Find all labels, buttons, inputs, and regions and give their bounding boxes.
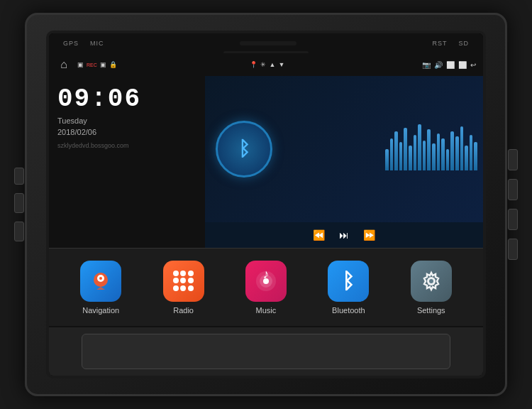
status-bar-left: ⌂ ▣ REC ▣ 🔒: [56, 57, 117, 72]
eq-bar: [427, 129, 431, 170]
music-svg: ♪: [253, 268, 279, 294]
bluetooth-app-symbol: ᛒ: [342, 269, 355, 293]
clock-panel: 09:06 Tuesday 2018/02/06 szklydedvd.boss…: [49, 76, 205, 248]
bluetooth-indicator-icon: ✳: [260, 61, 266, 68]
eq-bar: [394, 131, 398, 170]
gallery-icon: ▣: [77, 61, 84, 68]
fast-forward-button[interactable]: ⏩: [363, 229, 375, 241]
svg-marker-2: [96, 287, 105, 290]
eq-bar: [418, 124, 421, 170]
eq-bar: [465, 146, 468, 170]
navigation-app[interactable]: Navigation: [72, 261, 129, 315]
music-label: Music: [256, 306, 277, 315]
svg-point-3: [99, 277, 102, 280]
settings-label: Settings: [417, 306, 445, 315]
top-center-decoration: [240, 41, 297, 45]
eq-bar: [455, 136, 459, 170]
clock-display: 09:06: [57, 84, 196, 114]
eq-bar: [432, 143, 436, 170]
player-controls-bar: ⏪ ⏭ ⏩: [205, 222, 483, 248]
car-stereo-device: GPS MIC RST SD ⌂ ▣ REC ▣: [25, 13, 507, 396]
music-icon: ♪: [245, 261, 287, 302]
eq-bar: [450, 131, 454, 170]
svg-point-9: [429, 279, 433, 283]
mic-label: MIC: [90, 40, 104, 47]
eject-button[interactable]: [508, 149, 518, 170]
navigation-svg: [88, 268, 113, 294]
navigation-label: Navigation: [82, 306, 119, 315]
radio-label: Radio: [173, 306, 194, 315]
power-button[interactable]: [14, 168, 24, 185]
bottom-panel: [49, 326, 483, 376]
top-label-bar: GPS MIC RST SD: [49, 33, 483, 53]
camera-icon: 📷: [422, 61, 431, 69]
status-bar-center: 📍 ✳ ▲ ▼: [250, 61, 289, 68]
music-app[interactable]: ♪ Music: [238, 261, 294, 315]
settings-app[interactable]: Settings: [403, 261, 460, 315]
radio-app[interactable]: Radio: [155, 261, 212, 315]
watermark-text: szklydedvd.bossgoo.com: [57, 142, 196, 149]
wifi-icon: ▲: [269, 61, 275, 68]
skip-forward-button[interactable]: [508, 209, 518, 230]
screen-bezel: GPS MIC RST SD ⌂ ▣ REC ▣: [46, 31, 486, 378]
eq-bar: [399, 142, 403, 170]
equalizer-bars: [385, 128, 477, 170]
settings-icon: [411, 261, 452, 302]
day-display: Tuesday: [57, 116, 196, 125]
bluetooth-label: Bluetooth: [332, 306, 365, 315]
eq-bar: [423, 141, 426, 170]
date-display: 2018/02/06: [57, 128, 196, 136]
bt-visualizer-area: ᛒ: [205, 76, 483, 222]
radio-icon: [163, 261, 204, 302]
eq-bar: [390, 138, 394, 170]
bluetooth-app[interactable]: ᛒ Bluetooth: [320, 261, 377, 315]
rec-icon: REC: [87, 62, 97, 67]
bluetooth-player: ᛒ ⏪ ⏭ ⏩: [205, 76, 483, 248]
skip-back-button[interactable]: [508, 239, 518, 260]
volume-up-button[interactable]: [14, 193, 24, 213]
cd-slot-area: [82, 334, 450, 369]
rst-label: RST: [432, 40, 447, 47]
notification-icons: 📍 ✳ ▲ ▼: [250, 61, 284, 68]
eq-bar: [414, 135, 417, 170]
eq-bar: [441, 138, 445, 170]
status-bar: ⌂ ▣ REC ▣ 🔒 📍 ✳ ▲ ▼: [49, 53, 483, 76]
signal-icon: ▼: [278, 61, 284, 68]
right-side-controls: [508, 149, 518, 260]
back-button[interactable]: [508, 179, 518, 200]
left-status-icons: ▣ REC ▣ 🔒: [77, 61, 117, 68]
radio-grid-icon: [173, 271, 194, 292]
status-bar-right: 📷 🔊 ⬜ ⬜ ↩: [422, 61, 476, 69]
volume-down-button[interactable]: [14, 222, 24, 241]
navigation-icon: [80, 261, 121, 302]
android-screen: ⌂ ▣ REC ▣ 🔒 📍 ✳ ▲ ▼: [49, 53, 483, 326]
screen-icon: ⬜: [458, 61, 467, 69]
location-icon: 📍: [250, 61, 257, 68]
gps-label: GPS: [63, 40, 79, 47]
back-nav-icon: ↩: [470, 61, 476, 69]
window-icon: ⬜: [446, 61, 455, 69]
bluetooth-logo-circle: ᛒ: [216, 121, 272, 178]
eq-bar: [446, 149, 450, 170]
volume-icon: 🔊: [434, 61, 443, 69]
eq-bar: [460, 126, 464, 170]
lock-icon: 🔒: [109, 61, 117, 68]
bluetooth-app-icon: ᛒ: [328, 261, 369, 302]
file-icon: ▣: [100, 61, 106, 68]
home-button[interactable]: ⌂: [56, 57, 72, 72]
eq-bar: [474, 142, 477, 170]
home-icon: ⌂: [60, 58, 67, 71]
eq-bar: [437, 133, 440, 170]
main-content-area: 09:06 Tuesday 2018/02/06 szklydedvd.boss…: [49, 76, 483, 248]
app-icon-bar: Navigation Radio: [49, 248, 483, 326]
settings-svg: [419, 268, 444, 294]
left-side-controls: [14, 168, 24, 241]
eq-bar: [385, 149, 389, 170]
bluetooth-symbol: ᛒ: [238, 138, 250, 160]
sd-label: SD: [458, 40, 469, 47]
svg-text:♪: ♪: [262, 268, 269, 281]
next-track-button[interactable]: ⏭: [339, 229, 349, 241]
eq-bar: [404, 128, 407, 170]
eq-bar: [470, 135, 473, 170]
rewind-button[interactable]: ⏪: [313, 229, 325, 241]
